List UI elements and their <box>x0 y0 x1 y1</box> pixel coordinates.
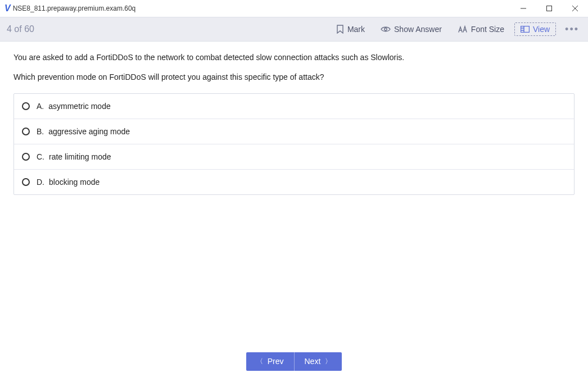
more-button[interactable]: ••• <box>563 24 581 35</box>
answer-text: rate limiting mode <box>49 152 111 161</box>
answer-letter: A. <box>37 102 44 111</box>
next-button[interactable]: Next 〉 <box>295 352 342 371</box>
eye-icon <box>381 26 391 33</box>
answer-option-b[interactable]: B. aggressive aging mode <box>14 119 574 144</box>
minimize-icon <box>521 6 526 11</box>
font-size-icon <box>458 25 468 33</box>
bookmark-icon <box>336 25 344 34</box>
app-logo-icon: V <box>4 3 11 13</box>
question-area: You are asked to add a FortiDDoS to the … <box>0 42 588 346</box>
titlebar: V NSE8_811.prepaway.premium.exam.60q <box>0 0 588 17</box>
prev-button[interactable]: 〈 Prev <box>246 352 295 371</box>
radio-icon <box>22 102 30 110</box>
mark-button[interactable]: Mark <box>331 22 370 36</box>
close-button[interactable] <box>562 0 588 17</box>
font-size-label: Font Size <box>471 25 504 34</box>
answer-letter: D. <box>37 178 44 187</box>
app-window: V NSE8_811.prepaway.premium.exam.60q 4 o… <box>0 0 588 377</box>
show-answer-button[interactable]: Show Answer <box>375 22 447 36</box>
minimize-button[interactable] <box>510 0 536 17</box>
chevron-left-icon: 〈 <box>256 357 263 366</box>
maximize-icon <box>546 6 552 11</box>
answers-list: A. asymmetric mode B. aggressive aging m… <box>13 93 575 195</box>
next-label: Next <box>305 357 321 366</box>
radio-icon <box>22 178 30 186</box>
toolbar: 4 of 60 Mark Show Answer Font Size View … <box>0 17 588 42</box>
answer-text: asymmetric mode <box>48 102 110 111</box>
show-answer-label: Show Answer <box>394 25 442 34</box>
svg-rect-1 <box>547 6 552 11</box>
answer-letter: C. <box>37 152 44 161</box>
answer-option-d[interactable]: D. blocking mode <box>14 170 574 194</box>
svg-rect-5 <box>521 26 530 33</box>
question-line-1: You are asked to add a FortiDDoS to the … <box>13 52 575 63</box>
maximize-button[interactable] <box>536 0 562 17</box>
close-icon <box>572 6 578 11</box>
footer-nav: 〈 Prev Next 〉 <box>0 346 588 377</box>
more-icon: ••• <box>565 24 579 35</box>
view-layout-icon <box>521 26 530 33</box>
radio-icon <box>22 153 30 161</box>
window-title: NSE8_811.prepaway.premium.exam.60q <box>13 4 136 12</box>
answer-option-c[interactable]: C. rate limiting mode <box>14 144 574 170</box>
mark-label: Mark <box>347 25 365 34</box>
font-size-button[interactable]: Font Size <box>452 22 510 36</box>
prev-label: Prev <box>268 357 284 366</box>
answer-letter: B. <box>37 127 44 136</box>
question-line-2: Which prevention mode on FortiDDoS will … <box>13 71 575 83</box>
answer-text: blocking mode <box>49 178 99 187</box>
question-progress: 4 of 60 <box>7 24 34 34</box>
answer-option-a[interactable]: A. asymmetric mode <box>14 94 574 119</box>
chevron-right-icon: 〉 <box>325 357 332 366</box>
svg-point-4 <box>385 28 387 30</box>
view-button[interactable]: View <box>514 22 556 36</box>
view-label: View <box>533 25 550 34</box>
answer-text: aggressive aging mode <box>48 127 130 136</box>
radio-icon <box>22 128 30 135</box>
